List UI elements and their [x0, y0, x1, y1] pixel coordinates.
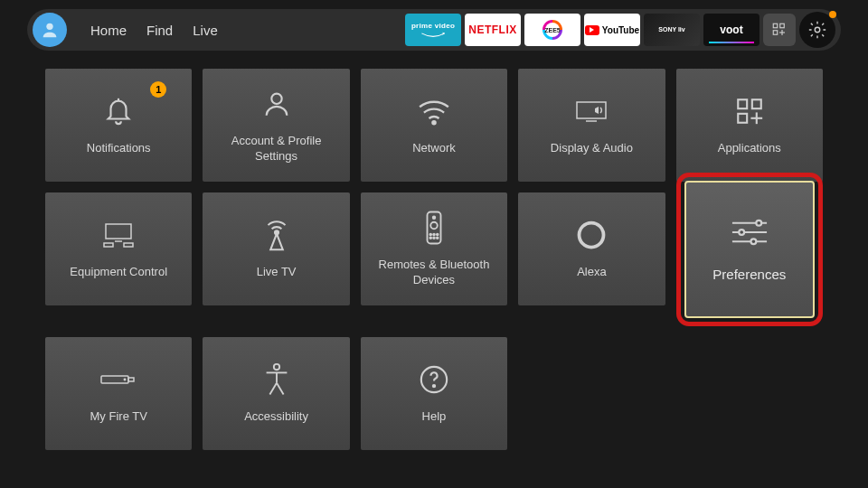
svg-point-8 — [271, 93, 281, 103]
remote-icon — [424, 210, 444, 246]
tv-audio-icon — [573, 98, 609, 125]
tile-accessibility[interactable]: Accessibility — [203, 337, 349, 450]
alexa-ring-icon — [575, 219, 608, 251]
svg-point-28 — [429, 237, 431, 239]
tile-label: Alexa — [570, 265, 614, 280]
app-label: prime video — [411, 22, 455, 30]
svg-point-47 — [433, 385, 435, 387]
apps-grid-icon — [771, 22, 788, 38]
person-icon — [40, 20, 60, 40]
smile-icon — [420, 32, 446, 39]
svg-rect-12 — [738, 99, 747, 108]
svg-point-23 — [433, 216, 436, 219]
nav-home[interactable]: Home — [90, 23, 127, 38]
nav-links: Home Find Live — [90, 23, 218, 38]
play-icon — [585, 25, 599, 35]
equipment-icon — [100, 220, 137, 250]
svg-rect-13 — [752, 99, 761, 108]
notification-dot-icon — [829, 11, 836, 18]
svg-rect-17 — [106, 224, 131, 239]
svg-point-37 — [750, 239, 756, 245]
stick-icon — [99, 371, 137, 389]
svg-rect-19 — [104, 243, 113, 247]
profile-avatar[interactable] — [33, 13, 67, 47]
tile-label: Network — [405, 141, 463, 156]
svg-point-27 — [437, 233, 439, 235]
tile-label: My Fire TV — [83, 409, 155, 425]
bell-icon — [103, 96, 134, 127]
tile-display[interactable]: Display & Audio — [518, 69, 665, 182]
svg-line-45 — [277, 383, 284, 395]
app-zee5[interactable]: ZEE5 — [524, 14, 580, 46]
svg-point-35 — [739, 230, 744, 235]
svg-point-9 — [432, 121, 435, 124]
app-label: ZEE5 — [545, 23, 560, 37]
tile-myfiretv[interactable]: My Fire TV — [45, 337, 192, 450]
svg-rect-39 — [128, 378, 134, 381]
nav-live[interactable]: Live — [193, 23, 218, 38]
app-shortcuts: prime video NETFLIX ZEE5 YouTube SONY li… — [405, 12, 835, 48]
tile-equipment[interactable]: Equipment Control — [45, 192, 192, 305]
tile-livetv[interactable]: Live TV — [203, 192, 349, 305]
app-primevideo[interactable]: prime video — [405, 14, 461, 46]
svg-rect-3 — [773, 31, 778, 35]
tile-label: Live TV — [250, 265, 304, 280]
tile-account[interactable]: Account & Profile Settings — [203, 69, 349, 182]
nav-find[interactable]: Find — [146, 23, 173, 38]
settings-button[interactable] — [799, 12, 835, 48]
svg-rect-1 — [773, 23, 778, 28]
person-circle-icon — [261, 89, 292, 119]
svg-point-26 — [433, 233, 435, 235]
svg-point-30 — [437, 237, 439, 239]
tile-alexa[interactable]: Alexa — [518, 192, 665, 305]
app-netflix[interactable]: NETFLIX — [465, 14, 521, 46]
tile-label: Help — [415, 409, 454, 425]
tile-network[interactable]: Network — [361, 69, 507, 182]
help-icon — [419, 364, 449, 395]
svg-line-44 — [269, 383, 277, 395]
settings-grid: 1 Notifications Account & Profile Settin… — [0, 51, 868, 450]
app-label: voot — [720, 23, 742, 36]
tile-label: Remotes & Bluetooth Devices — [361, 258, 507, 288]
svg-rect-14 — [738, 114, 747, 123]
tile-preferences-highlighted[interactable]: Preferences — [676, 173, 823, 326]
top-bar: Home Find Live prime video NETFLIX ZEE5 … — [27, 9, 841, 51]
notification-badge: 1 — [150, 81, 166, 98]
tile-remotes[interactable]: Remotes & Bluetooth Devices — [361, 192, 507, 305]
all-apps-button[interactable] — [763, 14, 796, 46]
svg-point-41 — [273, 364, 278, 370]
svg-point-25 — [429, 233, 431, 235]
tile-label: Account & Profile Settings — [203, 134, 349, 164]
tile-notifications[interactable]: 1 Notifications — [45, 69, 192, 182]
svg-point-24 — [430, 221, 438, 229]
apps-icon — [734, 96, 765, 127]
gear-icon — [807, 20, 827, 40]
app-label: SONY liv — [658, 26, 684, 33]
tile-label: Accessibility — [237, 409, 316, 425]
svg-point-29 — [433, 237, 435, 239]
app-voot[interactable]: voot — [703, 14, 760, 46]
svg-point-40 — [124, 379, 125, 380]
svg-rect-20 — [124, 243, 133, 247]
tile-label: Preferences — [705, 266, 793, 284]
app-sonyliv[interactable]: SONY liv — [644, 14, 700, 46]
tile-label: Display & Audio — [543, 141, 640, 156]
tile-label: Applications — [711, 141, 788, 156]
antenna-icon — [261, 218, 292, 252]
tile-help[interactable]: Help — [361, 337, 507, 450]
tile-label: Notifications — [80, 141, 158, 156]
tile-applications[interactable]: Applications — [676, 69, 823, 182]
app-youtube[interactable]: YouTube — [584, 14, 640, 46]
underline-icon — [709, 42, 754, 43]
sliders-icon — [730, 216, 769, 249]
tile-label: Equipment Control — [62, 265, 175, 280]
svg-point-0 — [46, 23, 52, 30]
svg-point-31 — [580, 223, 604, 248]
svg-rect-2 — [780, 23, 785, 28]
wifi-icon — [417, 96, 451, 127]
accessibility-icon — [262, 362, 291, 397]
svg-point-6 — [815, 27, 820, 33]
svg-point-33 — [756, 221, 761, 226]
app-label: YouTube — [602, 25, 639, 35]
